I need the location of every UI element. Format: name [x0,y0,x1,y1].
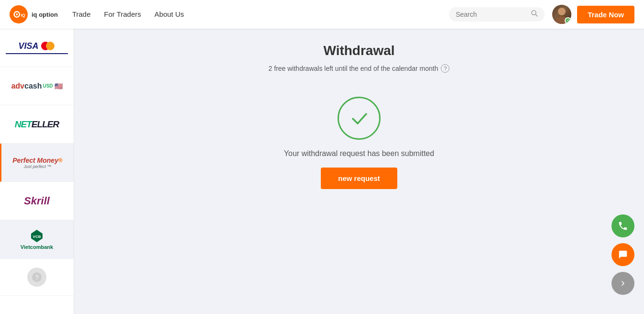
trade-now-button[interactable]: Trade Now [577,6,634,23]
navbar: IQ iq option Trade For Traders About Us … [0,0,644,29]
vcb-icon: VCB [30,229,44,242]
sidebar-item-perfect-money[interactable]: Perfect Money ® Just perfect ™ [0,144,74,182]
advcash-logo: advcash USD 🇺🇸 [11,82,62,90]
arrow-icon [619,280,627,287]
phone-button[interactable] [611,214,634,237]
subtitle-text: 2 free withdrawals left until the end of… [269,65,438,72]
arrow-button[interactable] [611,272,634,295]
pm-perfect: Perfect Money [12,157,58,164]
visa-mastercard-logo: VISA [18,41,55,51]
success-circle [338,97,381,140]
visa-underline [6,53,68,54]
content-area: Withdrawal 2 free withdrawals left until… [74,29,644,314]
neteller-logo: NETELLER [15,119,59,130]
pm-text: Perfect Money ® [12,157,63,164]
sidebar-item-other[interactable]: ? [0,259,74,296]
visa-text: VISA [18,41,38,51]
neteller-net: NET [15,119,32,129]
svg-line-5 [535,14,537,16]
logo-icon: IQ [10,5,28,23]
nav-links: Trade For Traders About Us [72,10,449,19]
search-icon [531,10,538,19]
advcash-cash: cash [24,82,42,90]
success-container: Your withdrawal request has been submitt… [284,97,434,189]
vcb-text: Vietcombank [21,244,53,250]
subtitle: 2 free withdrawals left until the end of… [269,64,450,73]
nav-trade[interactable]: Trade [72,10,91,18]
nav-for-traders[interactable]: For Traders [104,10,142,18]
advcash-flag: 🇺🇸 [55,82,63,90]
other-icon: ? [31,271,43,283]
perfect-money-logo: Perfect Money ® Just perfect ™ [12,157,63,169]
svg-text:?: ? [35,274,39,281]
avatar-verified-badge [565,17,571,24]
pm-just-perfect: Just perfect ™ [23,164,51,169]
avatar[interactable] [552,5,571,24]
neteller-eller: ELLER [32,119,59,129]
mc-orange-circle [46,42,55,50]
sidebar-item-advcash[interactable]: advcash USD 🇺🇸 [0,67,74,105]
advcash-adv: adv [11,82,24,90]
phone-icon [618,221,628,231]
nav-about-us[interactable]: About Us [154,10,184,18]
page-title: Withdrawal [323,43,394,58]
chat-icon [618,249,628,260]
sidebar-item-neteller[interactable]: NETELLER [0,105,74,144]
info-icon[interactable]: ? [441,64,449,73]
svg-point-6 [558,8,566,15]
chat-button[interactable] [611,243,634,266]
vietcombank-logo: VCB Vietcombank [21,229,53,250]
logo-text: iq option [32,11,58,18]
floating-buttons [611,214,634,295]
sidebar: VISA advcash USD 🇺🇸 NETELLER [0,29,74,314]
sidebar-item-skrill[interactable]: Skrill [0,182,74,220]
checkmark-icon [347,106,371,130]
skrill-logo: Skrill [24,195,50,207]
main-content: VISA advcash USD 🇺🇸 NETELLER [0,29,644,314]
mastercard-circles [41,42,55,51]
svg-point-2 [16,13,18,15]
new-request-button[interactable]: new request [321,168,397,189]
sidebar-item-vietcombank[interactable]: VCB Vietcombank [0,220,74,259]
logo[interactable]: IQ iq option [10,5,58,23]
success-message: Your withdrawal request has been submitt… [284,149,434,158]
advcash-usd: USD [43,83,53,89]
svg-text:VCB: VCB [33,235,41,239]
search-input[interactable] [456,11,527,18]
pm-dot: ® [58,157,63,164]
sidebar-item-visa-mastercard[interactable]: VISA [0,29,74,67]
svg-text:IQ: IQ [21,13,25,18]
other-payment-icon: ? [27,268,46,287]
search-bar[interactable] [449,7,545,22]
